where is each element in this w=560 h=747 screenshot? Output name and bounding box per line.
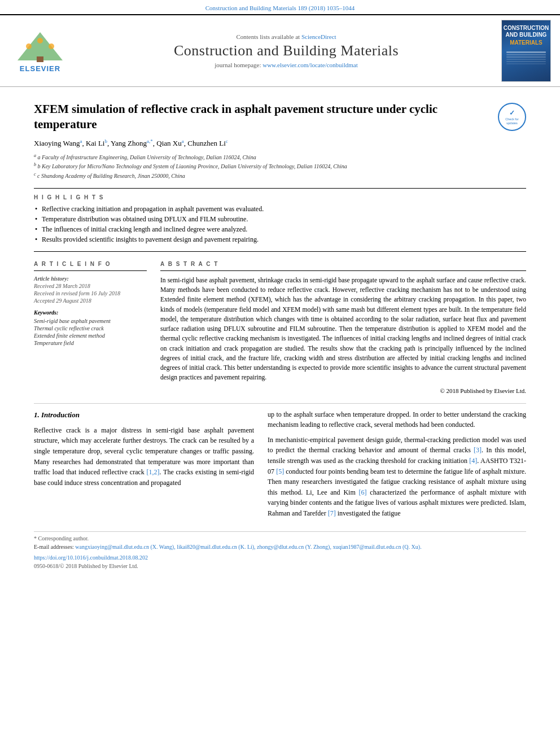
doi-link[interactable]: https://doi.org/10.1016/j.conbuildmat.20…	[34, 554, 148, 561]
highlights-section: H I G H L I G H T S •Reflective cracking…	[34, 188, 526, 252]
title-row: XFEM simulation of reflective crack in a…	[34, 102, 526, 133]
abstract-column: A B S T R A C T In semi-rigid base aspha…	[160, 261, 526, 394]
check-icon: ✓	[509, 109, 515, 117]
ref-7: [7]	[328, 509, 336, 517]
sciencedirect-link[interactable]: ScienceDirect	[301, 33, 336, 40]
history-label: Article history:	[34, 276, 147, 282]
email-label: E-mail addresses:	[34, 544, 74, 550]
issn-line: 0950-0618/© 2018 Published by Elsevier L…	[34, 563, 526, 569]
ref-6: [6]	[359, 488, 367, 496]
author-5: Chunzhen Li	[187, 139, 226, 147]
citation-text: Construction and Building Materials 189 …	[205, 5, 355, 11]
highlight-item-3: •The influences of initial cracking leng…	[34, 225, 526, 234]
corresponding-note: * Corresponding author.	[34, 535, 526, 541]
svg-point-3	[26, 43, 32, 49]
affiliations: a a Faculty of Infrastructure Engineerin…	[34, 152, 526, 180]
authors-line: Xiaoying Wanga, Kai Lib, Yang Zhonga,*, …	[34, 138, 526, 148]
ref-4: [4]	[469, 457, 477, 465]
email-addresses: wangxiaoying@mail.dlut.edu.cn (X. Wang),…	[75, 544, 421, 550]
elsevier-logo: ELSEVIER	[9, 29, 71, 73]
footnote-section: * Corresponding author. E-mail addresses…	[34, 531, 526, 569]
left-column: 1. Introduction Reflective crack is a ma…	[34, 409, 254, 523]
top-citation: Construction and Building Materials 189 …	[0, 0, 560, 14]
keywords-section: Keywords: Semi-rigid base asphalt paveme…	[34, 309, 147, 346]
author-5-sup: c	[226, 138, 228, 144]
elsevier-brand-name: ELSEVIER	[20, 64, 60, 73]
abstract-title: A B S T R A C T	[160, 261, 526, 267]
keywords-label: Keywords:	[34, 309, 147, 316]
homepage-url[interactable]: www.elsevier.com/locate/conbuildmat	[262, 62, 358, 68]
cover-decorative	[506, 50, 546, 65]
author-4: Qian Xu	[156, 139, 181, 147]
journal-title: Construction and Building Materials	[80, 42, 492, 59]
cover-title-line3: MATERIALS	[510, 40, 542, 46]
highlight-item-4: •Results provided scientific insights to…	[34, 235, 526, 244]
keyword-4: Temperature field	[34, 340, 147, 346]
received-date: Received 28 March 2018	[34, 283, 147, 289]
keyword-1: Semi-rigid base asphalt pavement	[34, 318, 147, 324]
section-title-text: Introduction	[41, 410, 80, 419]
ref-3: [3]	[474, 446, 482, 454]
separator-main	[34, 403, 526, 404]
contents-available: Contents lists available at ScienceDirec…	[80, 33, 492, 40]
affiliation-1: a a Faculty of Infrastructure Engineerin…	[34, 152, 526, 161]
cover-title-line2: and Building	[506, 32, 547, 38]
author-2-sup: b	[104, 138, 107, 144]
intro-para-3: In mechanistic-empirical pavement design…	[268, 435, 526, 519]
section-title: 1. Introduction	[34, 409, 254, 421]
author-2: Kai Li	[86, 139, 105, 147]
elsevier-tree-icon	[12, 29, 68, 63]
highlights-title: H I G H L I G H T S	[34, 194, 526, 200]
abstract-divider	[160, 270, 526, 271]
article-info-title: A R T I C L E I N F O	[34, 261, 147, 267]
check-badge-circle: ✓ Check forupdates	[498, 103, 526, 131]
highlight-item-2: •Temperature distribution was obtained u…	[34, 215, 526, 224]
revised-date: Received in revised form 16 July 2018	[34, 290, 147, 296]
journal-header: ELSEVIER Contents lists available at Sci…	[0, 14, 560, 87]
abstract-copyright: © 2018 Published by Elsevier Ltd.	[160, 387, 526, 394]
doi-line: https://doi.org/10.1016/j.conbuildmat.20…	[34, 553, 526, 562]
author-1-sup: a	[80, 138, 82, 144]
author-4-sup: a	[182, 138, 184, 144]
journal-cover: Construction and Building MATERIALS	[501, 20, 551, 82]
svg-rect-2	[37, 56, 43, 62]
svg-point-4	[49, 43, 54, 49]
right-column: up to the asphalt surface when temperatu…	[268, 409, 526, 523]
keyword-2: Thermal cyclic reflective crack	[34, 325, 147, 331]
affiliation-3: c c Shandong Academy of Building Researc…	[34, 171, 526, 180]
accepted-date: Accepted 29 August 2018	[34, 298, 147, 304]
article-info-abstract-row: A R T I C L E I N F O Article history: R…	[34, 261, 526, 394]
cover-title-line1: Construction	[504, 25, 549, 32]
abstract-text: In semi-rigid base asphalt pavement, shr…	[160, 276, 526, 383]
author-3: Yang Zhong	[111, 139, 147, 147]
svg-point-5	[37, 38, 43, 43]
paper-body: XFEM simulation of reflective crack in a…	[0, 87, 560, 575]
email-line: E-mail addresses: wangxiaoying@mail.dlut…	[34, 543, 526, 551]
check-badge-text: Check forupdates	[505, 117, 519, 125]
highlight-item-1: •Reflective cracking initiation and prop…	[34, 205, 526, 213]
author-1: Xiaoying Wang	[34, 139, 80, 147]
intro-para-1: Reflective crack is a major distress in …	[34, 425, 254, 488]
intro-para-2: up to the asphalt surface when temperatu…	[268, 409, 526, 430]
journal-homepage: journal homepage: www.elsevier.com/locat…	[80, 62, 492, 68]
keyword-3: Extended finite element method	[34, 333, 147, 339]
paper-title: XFEM simulation of reflective crack in a…	[34, 102, 490, 133]
check-for-updates-badge: ✓ Check forupdates	[498, 103, 526, 131]
journal-center: Contents lists available at ScienceDirec…	[71, 33, 501, 68]
ref-5: [5]	[276, 468, 284, 475]
author-3-sup: a,*	[147, 138, 153, 144]
affiliation-2: b b Key Laboratory for Micro/Nano Techno…	[34, 161, 526, 171]
article-info-column: A R T I C L E I N F O Article history: R…	[34, 261, 147, 394]
introduction-section: 1. Introduction Reflective crack is a ma…	[34, 409, 526, 523]
ref-1-2: [1,2]	[147, 468, 160, 476]
article-info-divider	[34, 270, 147, 271]
